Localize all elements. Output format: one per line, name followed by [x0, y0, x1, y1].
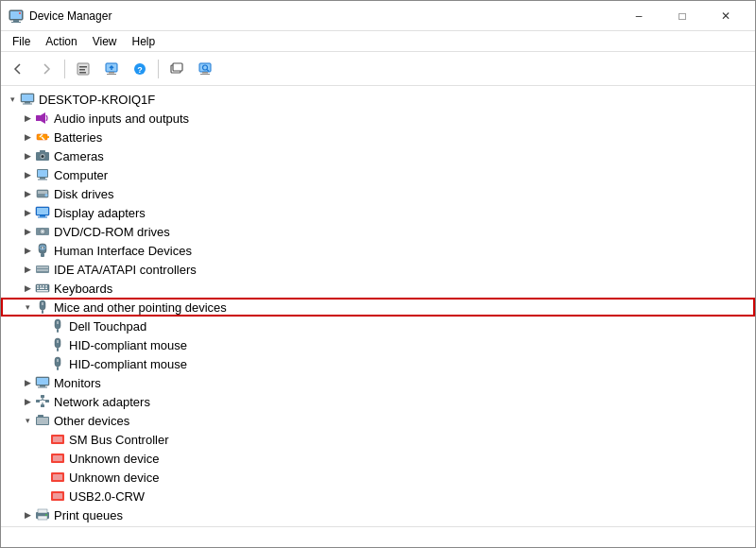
tree-item-smbus[interactable]: ▶ ! SM Bus Controller [1, 430, 755, 449]
forward-button[interactable] [33, 56, 60, 82]
help-button[interactable]: ? [127, 56, 153, 82]
menu-action[interactable]: Action [38, 31, 84, 52]
status-bar [1, 526, 755, 547]
other-label: Other devices [54, 414, 129, 428]
hid-mouse2-label: HID-compliant mouse [69, 357, 187, 371]
restore-button[interactable] [163, 56, 190, 82]
tree-item-dvd[interactable]: ▶ DVD/CD-ROM drives [1, 222, 755, 241]
disk-label: Disk drives [54, 187, 114, 201]
app-icon [9, 9, 24, 24]
svg-marker-26 [41, 112, 45, 124]
mice-expander[interactable]: ▾ [20, 300, 35, 315]
svg-rect-75 [57, 367, 59, 370]
toolbar-sep-1 [64, 60, 65, 78]
svg-rect-16 [199, 63, 211, 72]
tree-item-dell-touchpad[interactable]: ▶ Dell Touchpad [1, 317, 755, 335]
tree-item-keyboards[interactable]: ▶ Keyboards [1, 279, 755, 298]
tree-item-usb[interactable]: ▶ ! USB2.0-CRW [1, 487, 755, 505]
audio-expander[interactable]: ▶ [20, 111, 35, 126]
tree-item-unknown-2[interactable]: ▶ ! Unknown device [1, 468, 755, 487]
cameras-expander[interactable]: ▶ [20, 148, 35, 163]
svg-rect-1 [13, 20, 19, 22]
tree-item-ide[interactable]: ▶ IDE ATA/ATAPI controllers [1, 260, 755, 279]
menu-view[interactable]: View [85, 31, 125, 52]
show-properties-button[interactable] [70, 56, 96, 82]
ide-expander[interactable]: ▶ [20, 262, 35, 277]
svg-rect-18 [200, 74, 210, 75]
keyboards-icon [35, 281, 50, 296]
svg-rect-34 [40, 150, 45, 153]
dvd-expander[interactable]: ▶ [20, 224, 35, 239]
tree-item-hid-mouse-2[interactable]: ▶ HID-compliant mouse [1, 354, 755, 373]
smbus-icon: ! [50, 432, 65, 447]
window-title: Device Manager [29, 9, 617, 23]
svg-rect-105 [38, 509, 47, 513]
tree-item-unknown-1[interactable]: ▶ ! Unknown device [1, 449, 755, 468]
print-expander[interactable]: ▶ [20, 507, 35, 522]
usb-label: USB2.0-CRW [69, 489, 145, 504]
unknown1-icon: ! [50, 451, 65, 466]
other-expander[interactable]: ▾ [20, 413, 35, 428]
svg-rect-22 [22, 94, 33, 101]
svg-rect-6 [79, 66, 87, 68]
tree-root[interactable]: ▾ DESKTOP-KROIQ1F [1, 90, 755, 109]
svg-rect-50 [41, 253, 44, 257]
network-expander[interactable]: ▶ [20, 394, 35, 409]
svg-rect-8 [79, 72, 86, 74]
tree-item-network[interactable]: ▶ Network adapters [1, 392, 755, 411]
svg-rect-11 [107, 74, 116, 75]
tree-item-disk[interactable]: ▶ Disk drives [1, 184, 755, 203]
svg-rect-58 [40, 285, 42, 287]
computer-expander[interactable]: ▶ [20, 167, 35, 182]
tree-item-batteries[interactable]: ▶ Batteries [1, 128, 755, 146]
tree-item-cameras[interactable]: ▶ Cameras [1, 146, 755, 165]
menu-help[interactable]: Help [125, 31, 163, 52]
tree-item-display[interactable]: ▶ Display adapters [1, 203, 755, 222]
disk-expander[interactable]: ▶ [20, 186, 35, 201]
svg-rect-107 [45, 514, 47, 516]
unknown2-label: Unknown device [69, 471, 159, 485]
dvd-icon [35, 224, 50, 239]
back-button[interactable] [5, 56, 31, 82]
hid-mouse1-label: HID-compliant mouse [69, 338, 187, 352]
tree-item-other[interactable]: ▾ Other devices [1, 411, 755, 430]
svg-rect-57 [37, 285, 39, 287]
update-driver-button[interactable] [98, 56, 125, 82]
svg-rect-38 [38, 180, 47, 180]
tree-item-mice[interactable]: ▾ Mice and other pointing devices [1, 298, 755, 317]
tree-item-print[interactable]: ▶ Print queues [1, 505, 755, 524]
svg-rect-60 [45, 285, 47, 287]
cameras-label: Cameras [54, 149, 104, 163]
keyboards-expander[interactable]: ▶ [20, 281, 35, 296]
computer-label: Computer [54, 168, 108, 182]
device-manager-window: Device Manager – □ ✕ File Action View He… [0, 0, 756, 548]
network-label: Network adapters [54, 395, 150, 409]
computer-icon2 [35, 167, 50, 182]
menu-file[interactable]: File [5, 31, 38, 52]
display-expander[interactable]: ▶ [20, 205, 35, 220]
svg-rect-66 [42, 310, 43, 314]
svg-point-48 [42, 231, 43, 232]
batteries-expander[interactable]: ▶ [20, 129, 35, 145]
smbus-label: SM Bus Controller [69, 433, 168, 447]
root-expander[interactable]: ▾ [5, 92, 20, 107]
maximize-button[interactable]: □ [661, 1, 704, 31]
hid-expander[interactable]: ▶ [20, 243, 35, 258]
device-tree[interactable]: ▾ DESKTOP-KROIQ1F ▶ [1, 86, 755, 526]
svg-rect-106 [38, 516, 47, 520]
svg-rect-37 [40, 178, 45, 180]
tree-item-audio[interactable]: ▶ Audio inputs and outputs [1, 109, 755, 128]
close-button[interactable]: ✕ [704, 1, 747, 31]
svg-text:?: ? [137, 65, 143, 75]
tree-item-hid[interactable]: ▶ Human Interface Devices [1, 241, 755, 260]
svg-rect-64 [37, 290, 48, 292]
tree-item-hid-mouse-1[interactable]: ▶ HID-compliant mouse [1, 335, 755, 354]
tree-item-monitors[interactable]: ▶ Monitors [1, 373, 755, 392]
monitors-expander[interactable]: ▶ [20, 375, 35, 390]
svg-rect-10 [109, 72, 114, 74]
minimize-button[interactable]: – [617, 1, 661, 31]
scan-button[interactable] [192, 56, 218, 82]
svg-point-4 [19, 12, 21, 14]
batteries-icon [35, 129, 50, 145]
tree-item-computer[interactable]: ▶ Computer [1, 165, 755, 184]
